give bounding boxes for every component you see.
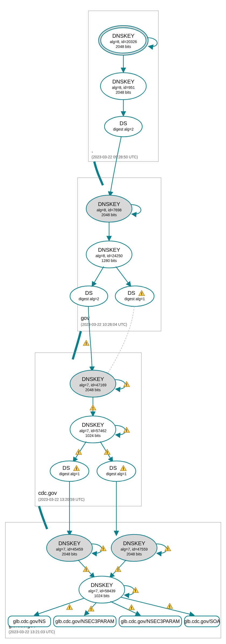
zone-glb-ts: (2023-03-22 13:21:03 UTC): [9, 630, 55, 634]
node-glb-ksk2: DNSKEY alg=7, id=47559 2048 bits: [111, 534, 157, 561]
svg-text:DS: DS: [109, 465, 117, 471]
svg-text:alg=8, id=20326: alg=8, id=20326: [110, 40, 137, 44]
svg-point-38: [97, 461, 136, 481]
svg-text:alg=8, id=24250: alg=8, id=24250: [96, 254, 123, 258]
edge-delegation-cdc-glb: [39, 506, 47, 529]
zone-gov-label: gov: [81, 315, 89, 321]
svg-text:DNSKEY: DNSKEY: [112, 33, 134, 39]
svg-text:glb.cdc.gov/SOA: glb.cdc.gov/SOA: [184, 619, 220, 624]
node-glb-ksk1: DNSKEY alg=7, id=45459 2048 bits: [47, 534, 92, 561]
svg-text:alg=7, id=47559: alg=7, id=47559: [121, 547, 148, 551]
svg-text:DNSKEY: DNSKEY: [91, 582, 113, 588]
svg-text:DS: DS: [85, 290, 93, 296]
svg-point-21: [70, 286, 108, 306]
svg-text:DS: DS: [62, 465, 70, 471]
svg-text:digest alg=2: digest alg=2: [79, 297, 99, 301]
svg-text:DNSKEY: DNSKEY: [82, 422, 104, 428]
svg-text:glb.cdc.gov/NS: glb.cdc.gov/NS: [13, 619, 46, 624]
zone-root-label: .: [92, 148, 93, 153]
node-cdc-ds2: DS digest alg=1: [97, 461, 136, 481]
zone-cdc-label: cdc.gov: [38, 490, 57, 496]
svg-text:alg=7, id=47169: alg=7, id=47169: [79, 383, 107, 387]
edge-delegation-root-gov: [94, 162, 103, 185]
node-cdc-zsk: DNSKEY alg=7, id=57462 1024 bits: [70, 416, 116, 443]
rr-nsec3param-a: glb.cdc.gov/NSEC3PARAM: [54, 616, 116, 627]
node-glb-zsk: DNSKEY alg=7, id=58439 1024 bits: [79, 576, 125, 603]
svg-text:DS: DS: [128, 290, 135, 296]
svg-text:DNSKEY: DNSKEY: [123, 540, 145, 546]
zone-cdc-ts: (2023-03-22 13:20:59 UTC): [38, 497, 85, 502]
svg-text:alg=8, id=951: alg=8, id=951: [112, 85, 135, 90]
node-cdc-ksk: DNSKEY alg=7, id=47169 2048 bits: [70, 370, 116, 397]
edge-glb-zsk-self: [124, 586, 134, 595]
edge-root-ds-gov-ksk: [110, 137, 121, 196]
svg-text:alg=8, id=7698: alg=8, id=7698: [97, 208, 122, 212]
node-root-ds: DS digest alg=2: [105, 116, 142, 137]
rr-ns: glb.cdc.gov/NS: [8, 616, 51, 627]
edge-glb-ksk1-self: [91, 544, 102, 553]
warning-icon: [115, 566, 121, 572]
warning-icon: [90, 405, 96, 410]
edge-gov-ds1-cdc-ksk: [88, 306, 92, 371]
svg-point-24: [115, 286, 154, 306]
svg-text:1024 bits: 1024 bits: [85, 433, 101, 438]
node-gov-ds1: DS digest alg=2: [70, 286, 108, 306]
svg-text:digest alg=1: digest alg=1: [59, 472, 80, 476]
edge-cdc-ksk-self: [115, 380, 126, 389]
node-gov-zsk: DNSKEY alg=8, id=24250 1280 bits: [86, 241, 132, 268]
node-root-ksk: DNSKEY alg=8, id=20326 2048 bits: [99, 26, 148, 55]
edge-glb-ksk2-self: [156, 544, 167, 553]
svg-text:DNSKEY: DNSKEY: [98, 201, 120, 207]
warning-icon: [83, 566, 89, 572]
zone-gov-ts: (2023-03-22 10:26:04 UTC): [81, 322, 127, 327]
svg-text:DNSKEY: DNSKEY: [98, 247, 120, 253]
svg-text:2048 bits: 2048 bits: [62, 552, 77, 556]
svg-text:1280 bits: 1280 bits: [102, 258, 117, 263]
svg-text:2048 bits: 2048 bits: [85, 388, 101, 392]
warning-icon: [83, 340, 89, 346]
svg-text:alg=7, id=58439: alg=7, id=58439: [88, 589, 116, 593]
svg-text:DNSKEY: DNSKEY: [112, 79, 134, 85]
rr-soa: glb.cdc.gov/SOA: [184, 616, 220, 627]
node-gov-ds2: DS digest alg=1: [115, 286, 154, 306]
warning-icon: [88, 606, 94, 611]
node-cdc-ds1: DS digest alg=1: [50, 461, 89, 481]
svg-text:DS: DS: [120, 120, 127, 126]
edge-gov-ds2-cdc-ksk: [106, 306, 134, 376]
svg-text:2048 bits: 2048 bits: [116, 44, 131, 49]
svg-text:alg=7, id=57462: alg=7, id=57462: [79, 429, 107, 433]
svg-text:DNSKEY: DNSKEY: [58, 540, 81, 546]
zone-root-ts: (2023-03-22 09:28:50 UTC): [92, 155, 138, 159]
svg-text:glb.cdc.gov/NSEC3PARAM: glb.cdc.gov/NSEC3PARAM: [121, 619, 180, 624]
warning-icon: [167, 603, 173, 609]
svg-point-10: [105, 116, 142, 137]
warning-icon: [67, 604, 72, 610]
svg-text:DNSKEY: DNSKEY: [82, 376, 104, 382]
edge-cdc-zsk-self: [115, 425, 126, 435]
svg-text:glb.cdc.gov/NSEC3PARAM: glb.cdc.gov/NSEC3PARAM: [55, 619, 114, 624]
edge-gov-zsk-ds1: [92, 267, 104, 286]
edge-glb-zsk-ns: [34, 598, 84, 615]
svg-text:2048 bits: 2048 bits: [116, 90, 131, 94]
svg-text:2048 bits: 2048 bits: [127, 552, 142, 556]
svg-text:1024 bits: 1024 bits: [94, 594, 110, 598]
svg-text:digest alg=1: digest alg=1: [106, 472, 127, 476]
edge-root-ksk-self: [147, 38, 157, 47]
svg-text:alg=7, id=45459: alg=7, id=45459: [56, 547, 83, 551]
dnssec-graph: ! . (2023-03-22 09:28:50 UTC) DNSKEY alg…: [0, 0, 226, 644]
svg-text:digest alg=1: digest alg=1: [124, 297, 145, 301]
warning-icon: [128, 605, 134, 610]
edge-gov-zsk-ds2: [116, 267, 131, 286]
edge-gov-ksk-self: [131, 205, 141, 214]
svg-text:2048 bits: 2048 bits: [102, 213, 117, 217]
edge-glb-zsk-nsec3b: [110, 601, 140, 615]
svg-point-35: [50, 461, 89, 481]
svg-text:digest alg=2: digest alg=2: [113, 127, 134, 131]
node-root-zsk: DNSKEY alg=8, id=951 2048 bits: [100, 73, 146, 100]
node-gov-ksk: DNSKEY alg=8, id=7698 2048 bits: [86, 195, 132, 222]
edge-delegation-gov-cdc: [73, 331, 81, 359]
rr-nsec3param-b: glb.cdc.gov/NSEC3PARAM: [119, 616, 182, 627]
